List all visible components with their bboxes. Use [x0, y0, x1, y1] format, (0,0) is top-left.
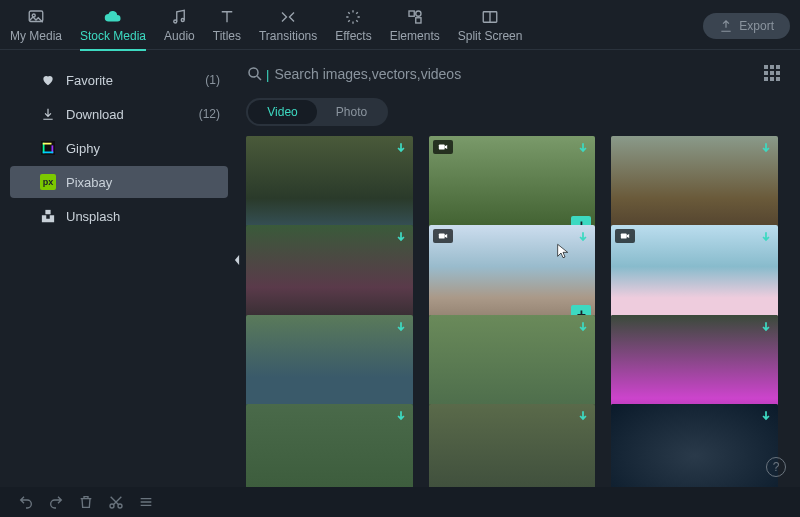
sidebar-item-giphy[interactable]: Giphy	[0, 132, 238, 164]
pixabay-icon: px	[40, 174, 56, 190]
sidebar-label: Favorite	[66, 73, 205, 88]
cloud-icon	[104, 8, 122, 26]
elements-icon	[406, 8, 424, 26]
thumb-12[interactable]	[611, 404, 778, 487]
download-icon[interactable]	[575, 229, 591, 245]
svg-rect-17	[621, 234, 627, 239]
sidebar-item-unsplash[interactable]: Unsplash	[0, 200, 238, 232]
content-panel: | Video Photo ++	[238, 50, 800, 487]
search-icon	[246, 65, 264, 83]
export-button[interactable]: Export	[703, 13, 790, 39]
unsplash-icon	[40, 208, 56, 224]
export-icon	[719, 19, 733, 33]
sidebar-item-pixabay[interactable]: px Pixabay	[10, 166, 228, 198]
download-icon[interactable]	[393, 229, 409, 245]
sidebar-count: (1)	[205, 73, 220, 87]
giphy-icon	[40, 140, 56, 156]
sidebar-label: Unsplash	[66, 209, 220, 224]
effects-icon	[344, 8, 362, 26]
sidebar: Favorite (1) Download (12) Giphy px Pixa…	[0, 50, 238, 487]
sidebar-label: Download	[66, 107, 199, 122]
sidebar-item-download[interactable]: Download (12)	[0, 98, 238, 130]
thumb-11[interactable]	[429, 404, 596, 487]
delete-button[interactable]	[78, 494, 94, 510]
tab-audio[interactable]: Audio	[164, 8, 195, 49]
tab-label: My Media	[10, 29, 62, 43]
svg-rect-11	[43, 143, 52, 145]
video-badge-icon	[615, 229, 635, 243]
thumb-10[interactable]	[246, 404, 413, 487]
thumb-preview	[246, 225, 413, 329]
search-wrap: |	[246, 62, 754, 86]
redo-button[interactable]	[48, 494, 64, 510]
transitions-icon	[279, 8, 297, 26]
tab-elements[interactable]: Elements	[390, 8, 440, 49]
thumb-preview	[429, 225, 596, 329]
tab-split-screen[interactable]: Split Screen	[458, 8, 523, 49]
camera-badge-icon	[433, 140, 453, 154]
grid-view-button[interactable]	[764, 65, 782, 83]
search-input[interactable]	[270, 62, 754, 86]
bottom-toolbar	[0, 487, 800, 517]
thumb-4[interactable]	[246, 225, 413, 329]
sidebar-count: (12)	[199, 107, 220, 121]
tab-label: Stock Media	[80, 29, 146, 43]
toggle-video[interactable]: Video	[248, 100, 317, 124]
undo-button[interactable]	[18, 494, 34, 510]
cut-button[interactable]	[108, 494, 124, 510]
download-icon	[40, 106, 56, 122]
sidebar-item-favorite[interactable]: Favorite (1)	[0, 64, 238, 96]
svg-rect-15	[438, 145, 444, 150]
svg-rect-13	[45, 210, 50, 214]
media-type-toggle: Video Photo	[246, 98, 388, 126]
thumb-preview	[611, 404, 778, 487]
download-icon[interactable]	[758, 229, 774, 245]
tab-label: Effects	[335, 29, 371, 43]
download-icon[interactable]	[393, 319, 409, 335]
svg-rect-16	[438, 234, 444, 239]
tab-label: Audio	[164, 29, 195, 43]
camera-badge-icon	[433, 229, 453, 243]
svg-point-3	[182, 19, 185, 22]
tab-stock-media[interactable]: Stock Media	[80, 8, 146, 51]
music-icon	[170, 8, 188, 26]
thumb-6[interactable]	[611, 225, 778, 329]
svg-rect-4	[409, 11, 414, 16]
tab-label: Titles	[213, 29, 241, 43]
sidebar-label: Pixabay	[66, 175, 210, 190]
download-icon[interactable]	[575, 319, 591, 335]
search-cursor: |	[266, 67, 269, 82]
tab-label: Elements	[390, 29, 440, 43]
download-icon[interactable]	[758, 319, 774, 335]
svg-rect-12	[43, 152, 54, 154]
thumb-5[interactable]: +	[429, 225, 596, 329]
tab-label: Split Screen	[458, 29, 523, 43]
download-icon[interactable]	[393, 408, 409, 424]
thumb-preview	[429, 404, 596, 487]
download-icon[interactable]	[575, 408, 591, 424]
download-icon[interactable]	[758, 140, 774, 156]
menu-button[interactable]	[138, 494, 154, 510]
titles-icon	[218, 8, 236, 26]
tab-titles[interactable]: Titles	[213, 8, 241, 49]
main-area: Favorite (1) Download (12) Giphy px Pixa…	[0, 50, 800, 487]
download-icon[interactable]	[393, 140, 409, 156]
sidebar-label: Giphy	[66, 141, 220, 156]
top-tab-bar: My Media Stock Media Audio Titles Transi…	[0, 0, 800, 50]
svg-point-6	[415, 11, 420, 16]
split-screen-icon	[481, 8, 499, 26]
toggle-photo[interactable]: Photo	[317, 100, 386, 124]
search-row: |	[246, 62, 782, 86]
tab-label: Transitions	[259, 29, 317, 43]
collapse-sidebar-button[interactable]	[232, 250, 242, 270]
thumbnail-grid[interactable]: ++	[246, 136, 782, 487]
svg-point-2	[174, 20, 177, 23]
download-icon[interactable]	[758, 408, 774, 424]
tab-my-media[interactable]: My Media	[10, 8, 62, 49]
tab-effects[interactable]: Effects	[335, 8, 371, 49]
svg-rect-5	[415, 18, 420, 23]
help-button[interactable]: ?	[766, 457, 786, 477]
tab-transitions[interactable]: Transitions	[259, 8, 317, 49]
image-icon	[27, 8, 45, 26]
download-icon[interactable]	[575, 140, 591, 156]
